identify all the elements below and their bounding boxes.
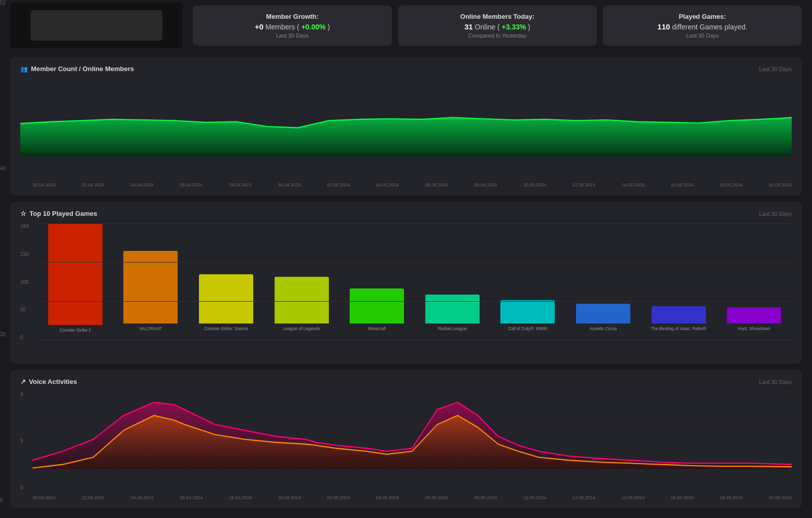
member-chart-area: 20.04.2024 22.04.2024 24.04.2024 26.04.2… [20,79,792,187]
member-count-title-text: Member Count / Online Members [31,65,134,73]
voice-title-text: Voice Activities [29,378,77,385]
member-growth-label: Members [265,23,295,31]
member-growth-number: +0 [255,22,263,31]
logo-shape [30,10,162,41]
member-count-panel-header: Member Count / Online Members Last 30 Da… [20,65,792,73]
played-games-label: different Games played. [672,23,747,31]
bar-group: Minecraft [339,223,415,340]
online-members-title: Online Members Today: [408,13,587,20]
member-count-chart-wrapper: 52 40 20 0 [20,79,792,187]
game-bar [652,306,706,324]
voice-chart-wrapper: 9 5 0 [20,392,792,500]
game-bar-label: Call of Duty®: MWIII [490,326,566,340]
people-icon [20,65,28,73]
played-games-title: Played Games: [613,13,792,20]
voice-panel: Voice Activities Last 30 Days 9 5 0 [10,370,802,508]
top-header: Member Growth: +0 Members ( +0.00% ) Las… [0,0,812,51]
member-count-panel: Member Count / Online Members Last 30 Da… [10,57,802,196]
svg-marker-9 [32,415,792,469]
game-bar-label: VALORANT [113,326,189,340]
games-title-text: Top 10 Played Games [29,210,97,217]
games-panel: Top 10 Played Games Last 30 Days 164 150… [10,202,802,364]
game-bar-label: Rocket League [415,326,490,340]
member-count-period: Last 30 Days [759,66,792,72]
game-bar [425,295,480,324]
bar-group: Call of Duty®: MWIII [490,223,566,340]
member-growth-subtitle: Last 30 Days [203,33,382,39]
member-xaxis: 20.04.2024 22.04.2024 24.04.2024 26.04.2… [20,182,792,187]
member-growth-value: +0 Members ( +0.00% ) [203,22,382,31]
played-games-value: 110 different Games played. [613,22,792,31]
game-bar [123,251,178,323]
bar-group: Assetto Corsa [565,223,641,340]
member-chart-svg [20,79,792,180]
online-members-value: 31 Online ( +3.33% ) [408,22,587,31]
game-bar-label: Minecraft [339,326,415,340]
member-chart-svg-container [20,79,792,180]
game-bar [350,288,404,323]
played-games-subtitle: Last 30 Days [613,33,792,39]
bar-group: VALORANT [113,223,189,340]
voice-chart-area: 20.04.2024 22.04.2024 24.04.2024 26.04.2… [32,392,792,500]
games-yaxis: 164 150 100 50 0 [20,223,36,355]
game-bar [576,304,630,323]
online-members-change: +3.33% [502,23,526,31]
game-bar-label: League of Legends [264,326,340,340]
bar-group: Counter-Strike: Source [188,223,264,340]
voice-title: Voice Activities [20,378,77,385]
game-bar-label: Counter-Strike 2 [38,328,113,340]
svg-marker-4 [20,117,792,156]
star-icon [20,210,26,217]
online-members-number: 31 [464,22,473,31]
played-games-number: 110 [657,22,670,31]
bar-group: The Binding of Isaac: Rebirth [641,223,717,340]
member-growth-title: Member Growth: [203,13,382,20]
bar-group: Hunt: Showdown [716,223,792,340]
voice-chart-svg-container [32,392,792,493]
games-title: Top 10 Played Games [20,210,97,217]
online-members-card: Online Members Today: 31 Online ( +3.33%… [398,6,597,46]
game-bar-label: The Binding of Isaac: Rebirth [641,326,717,340]
games-chart-layout: 164 150 100 50 0 Counter-Strike 2VALORAN… [20,223,792,355]
games-bars-container: Counter-Strike 2VALORANTCounter-Strike: … [38,223,792,355]
voice-panel-header: Voice Activities Last 30 Days [20,378,792,385]
logo-area [10,3,183,48]
online-members-label: Online [475,23,495,31]
stat-cards: Member Growth: +0 Members ( +0.00% ) Las… [183,6,802,46]
member-yaxis: 52 40 20 0 [0,0,8,503]
member-growth-change: +0.00% [301,23,326,31]
bar-group: League of Legends [264,223,340,340]
online-members-subtitle: Compared to Yesterday [408,33,587,39]
game-bar [275,277,329,323]
games-period: Last 30 Days [759,211,792,217]
game-bar-label: Assetto Corsa [565,326,641,340]
games-panel-header: Top 10 Played Games Last 30 Days [20,210,792,217]
game-bar [48,223,103,325]
bar-group: Rocket League [415,223,490,340]
game-bar [727,307,781,323]
game-bar [199,274,253,323]
voice-yaxis: 9 5 0 [20,392,28,500]
voice-chart-svg [32,392,792,493]
bar-group: Counter-Strike 2 [38,223,113,340]
voice-period: Last 30 Days [759,379,792,385]
member-count-title: Member Count / Online Members [20,65,134,73]
activity-icon [20,378,26,385]
game-bar-label: Counter-Strike: Source [188,326,264,340]
game-bar [500,300,555,323]
game-bar-label: Hunt: Showdown [716,326,792,340]
played-games-card: Played Games: 110 different Games played… [603,6,802,46]
member-growth-card: Member Growth: +0 Members ( +0.00% ) Las… [193,6,392,46]
voice-xaxis: 20.04.2024 22.04.2024 24.04.2024 26.04.2… [32,495,792,500]
